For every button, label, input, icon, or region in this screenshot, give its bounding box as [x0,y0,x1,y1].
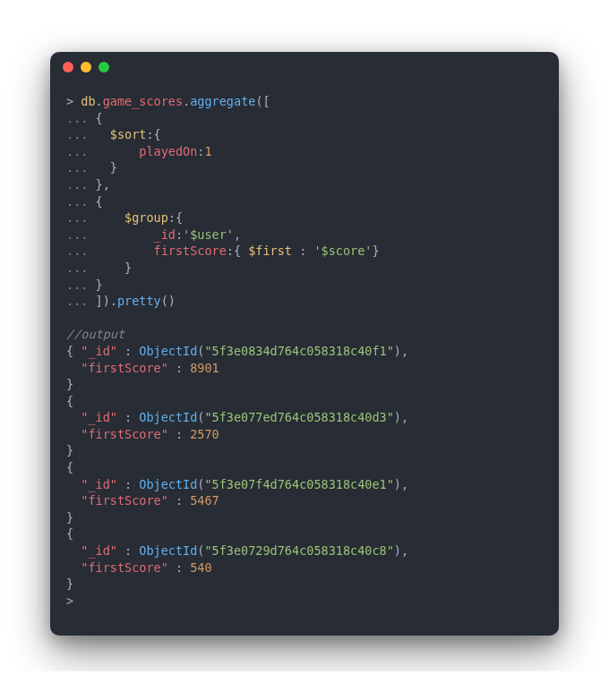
output-line: } [66,509,543,526]
continuation: ... [66,210,88,225]
output-line: "firstScore" : 2570 [66,426,543,443]
aggregate-func: aggregate [190,94,255,108]
code-line: ... }, [66,176,543,193]
continuation: ... [66,194,88,209]
firstscore-value: 2570 [190,427,219,441]
firstscore-field: "firstScore" [81,361,168,375]
continuation: ... [66,277,88,292]
maximize-icon[interactable] [99,62,109,73]
output-line: "firstScore" : 5467 [66,492,543,509]
code-line: ... } [66,159,543,176]
output-line: { [66,525,543,542]
output-line: } [66,442,543,459]
code-line: ... } [66,260,543,277]
id-field: "_id" [81,477,117,491]
output-line: "_id" : ObjectId("5f3e077ed764c058318c40… [66,409,543,426]
objectid-type: ObjectId [139,344,197,358]
sort-operator: $sort [110,127,147,141]
code-line: ... ]).pretty() [66,293,543,310]
prompt: > [66,593,73,608]
code-line: ... { [66,110,543,127]
continuation: ... [66,294,88,308]
code-line: ... firstScore:{ $first : '$score'} [66,243,543,260]
objectid-type: ObjectId [139,410,197,424]
code-line: ... _id:'$user', [66,226,543,243]
firstscore-value: 8901 [190,361,219,375]
continuation: ... [66,243,88,258]
firstscore-value: 5467 [190,493,219,508]
output-line: "_id" : ObjectId("5f3e0729d764c058318c40… [66,542,543,559]
objectid-type: ObjectId [139,543,197,558]
firstscore-field: "firstScore" [81,493,168,508]
code-line: ... playedOn:1 [66,143,543,160]
firstscore-value: 540 [190,560,211,575]
code-block: > db.game_scores.aggregate([... {... $so… [50,82,559,636]
code-line: > [66,593,543,610]
id-field: "_id" [81,410,117,424]
firstscore-field: "firstScore" [81,560,168,575]
output-line: "firstScore" : 8901 [66,360,543,377]
continuation: ... [66,260,88,275]
output-line: { [66,459,543,476]
output-line: { [66,393,543,410]
output-line: "firstScore" : 540 [66,559,543,576]
continuation: ... [66,111,88,125]
db-token: db [81,94,95,108]
window-titlebar [50,52,559,82]
code-line: ... } [66,277,543,294]
continuation: ... [66,160,88,175]
id-value: '$user' [183,227,234,242]
objectid-type: ObjectId [139,477,197,491]
objectid-value: "5f3e0834d764c058318c40f1" [204,344,393,358]
output-comment: //output [66,326,543,343]
continuation: ... [66,227,88,242]
code-line: ... $sort:{ [66,126,543,143]
output-line: } [66,576,543,593]
continuation: ... [66,127,88,141]
pretty-func: pretty [117,294,161,308]
firstscore-field: "firstScore" [81,427,168,441]
id-field: "_id" [81,344,117,358]
firstscore-key: firstScore [154,243,227,258]
continuation: ... [66,144,88,158]
objectid-value: "5f3e07f4d764c058318c40e1" [204,477,393,491]
continuation: ... [66,177,88,192]
minimize-icon[interactable] [81,62,91,73]
id-key: _id [154,227,176,242]
terminal-window: > db.game_scores.aggregate([... {... $so… [50,52,559,636]
code-line: ... $group:{ [66,209,543,226]
output-line: } [66,376,543,393]
code-line [66,310,543,327]
close-icon[interactable] [63,62,73,73]
output-line: { "_id" : ObjectId("5f3e0834d764c058318c… [66,343,543,360]
output-line: "_id" : ObjectId("5f3e07f4d764c058318c40… [66,476,543,493]
code-line: ... { [66,193,543,210]
code-line: > db.game_scores.aggregate([ [66,93,543,110]
objectid-value: "5f3e0729d764c058318c40c8" [204,543,393,558]
group-operator: $group [124,210,168,225]
objectid-value: "5f3e077ed764c058318c40d3" [204,410,393,424]
prompt: > [66,94,73,108]
first-arg: '$score' [313,243,372,258]
first-operator: $first [248,243,292,258]
sort-key: playedOn [139,144,197,158]
id-field: "_id" [81,543,117,558]
collection-token: game_scores [103,94,183,108]
sort-value: 1 [204,144,211,158]
